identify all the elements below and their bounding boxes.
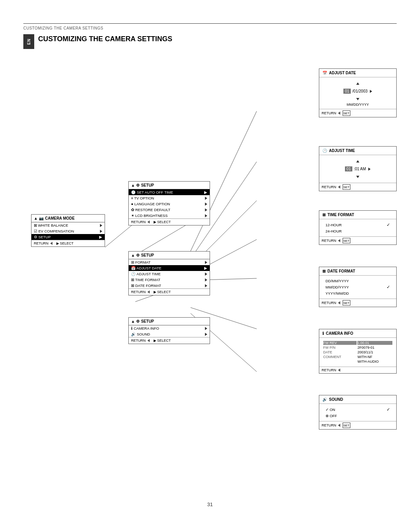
- time-format-content: 12-HOUR ✓ 24-HOUR: [319, 219, 396, 236]
- date-format-panel: ⊠ DATE FORMAT DD/MM/YYYY MM/DD/YYYY ✓ YY…: [319, 267, 397, 307]
- sound-icon: 🔊: [322, 397, 327, 402]
- top-rule: [23, 23, 397, 24]
- time-rest: :01 AM: [354, 167, 366, 171]
- adjust-date-panel-title: 📅 ADJUST DATE: [319, 69, 396, 77]
- camera-mode-footer: RETURN ▶ SELECT: [32, 240, 105, 246]
- sound-on-option[interactable]: ✓ ON ✓: [322, 406, 393, 413]
- fw-pn-row: FW P/N 2F0079-01: [323, 346, 392, 349]
- camera-info-panel-title: ℹ CAMERA INFO: [319, 329, 396, 338]
- page-container: CUSTOMIZING THE CAMERA SETTINGS EN CUSTO…: [0, 0, 420, 519]
- time-highlighted: 01: [345, 166, 352, 171]
- format-item[interactable]: ⊞ FORMAT: [129, 259, 210, 265]
- 12-hour-option[interactable]: 12-HOUR ✓: [322, 222, 393, 228]
- time-format-footer: RETURN SET: [319, 236, 396, 245]
- setup-icon: ▲ ⚙: [131, 183, 140, 187]
- sidebar-tab: EN: [23, 34, 34, 49]
- 24-hour-option[interactable]: 24-HOUR: [322, 228, 393, 234]
- sound-panel: 🔊 SOUND ✓ ON ✓ ⊗ OFF RETURN SET: [319, 395, 397, 430]
- camera-mode-menu: ▲ 📷 CAMERA MODE ⊠ WHITE BALANCE ☑ EV COM…: [31, 214, 105, 247]
- breadcrumb: CUSTOMIZING THE CAMERA SETTINGS: [23, 26, 397, 30]
- time-format-panel: ⊠ TIME FORMAT 12-HOUR ✓ 24-HOUR RETURN S…: [319, 210, 397, 245]
- date-row: DATE 2003/11/1: [323, 350, 392, 354]
- setup-top-footer: RETURN ▶ SELECT: [129, 218, 210, 225]
- setup-top-title: ▲ ⚙ SETUP: [129, 182, 210, 189]
- camera-info-panel: ℹ CAMERA INFO FW REV 1.00.01 FW P/N 2F00…: [319, 329, 397, 374]
- setup-top-menu: ▲ ⚙ SETUP 🕐 SET AUTO OFF TIME ▶ ≡ TV OPT…: [128, 181, 210, 225]
- sound-content: ✓ ON ✓ ⊗ OFF: [319, 404, 396, 421]
- adjust-date-panel: 📅 ADJUST DATE 01 /01/2003 MM/DD/YYYY RET: [319, 68, 397, 117]
- adjust-date-item[interactable]: 📅 ADJUST DATE ▶: [129, 265, 210, 271]
- info-icon: ℹ: [322, 331, 324, 336]
- setup-mid-footer: RETURN ▶ SELECT: [129, 288, 210, 295]
- page-number: 31: [207, 502, 213, 507]
- setup-mid-menu: ▲ ⚙ SETUP ⊞ FORMAT 📅 ADJUST DATE ▶ 🕐 ADJ…: [128, 251, 210, 295]
- page-title: CUSTOMIZING THE CAMERA SETTINGS: [38, 33, 172, 43]
- sound-set-button[interactable]: SET: [343, 423, 350, 428]
- date-format-item[interactable]: ⊠ DATE FORMAT: [129, 283, 210, 288]
- sidebar-label-text: EN: [27, 38, 31, 45]
- mm-dd-yyyy-option[interactable]: MM/DD/YYYY ✓: [322, 284, 393, 290]
- camera-icon: ▲ 📷: [34, 216, 44, 220]
- adjust-time-footer: RETURN SET: [319, 183, 396, 191]
- adjust-time-item[interactable]: 🕐 ADJUST TIME: [129, 271, 210, 277]
- with-audio-row: WITH-AUDIO: [323, 360, 392, 363]
- sound-off-option[interactable]: ⊗ OFF: [322, 413, 393, 419]
- time-set-button[interactable]: SET: [343, 184, 350, 190]
- camera-info-footer: RETURN: [319, 367, 396, 373]
- clock-icon: 🕐: [322, 149, 327, 153]
- restore-default-item[interactable]: ✿ RESTORE DEFAULT: [129, 207, 210, 213]
- cal-icon: 📅: [322, 71, 327, 75]
- setup-bot-menu: ▲ ⚙ SETUP ℹ CAMERA INFO 🔊 SOUND RETURN ▶…: [128, 317, 210, 344]
- camera-info-item[interactable]: ℹ CAMERA INFO: [129, 325, 210, 331]
- white-balance-item[interactable]: ⊠ WHITE BALANCE: [32, 222, 105, 228]
- date-format-label: MM/DD/YYYY: [322, 103, 393, 107]
- sound-item[interactable]: 🔊 SOUND: [129, 331, 210, 337]
- setup-bot-title: ▲ ⚙ SETUP: [129, 318, 210, 325]
- tv-option-item[interactable]: ≡ TV OPTION: [129, 195, 210, 201]
- adjust-time-content: 01 :01 AM: [319, 155, 396, 183]
- diagram-area: ▲ 📷 CAMERA MODE ⊠ WHITE BALANCE ☑ EV COM…: [23, 61, 397, 411]
- setup-mid-title: ▲ ⚙ SETUP: [129, 252, 210, 259]
- date-format-footer: RETURN SET: [319, 299, 396, 307]
- language-option-item[interactable]: ● LANGUAGE OPTION: [129, 201, 210, 207]
- adjust-date-content: 01 /01/2003 MM/DD/YYYY: [319, 77, 396, 109]
- time-format-item[interactable]: ⊠ TIME FORMAT: [129, 277, 210, 283]
- lcd-brightness-item[interactable]: ✶ LCD BRIGHTNESS: [129, 213, 210, 218]
- dd-mm-yyyy-option[interactable]: DD/MM/YYYY: [322, 278, 393, 284]
- camera-info-content: FW REV 1.00.01 FW P/N 2F0079-01 DATE 200…: [319, 338, 396, 367]
- time-format-icon: ⊠: [322, 213, 326, 217]
- date-rest: /01/2003: [352, 89, 368, 93]
- adjust-time-panel: 🕐 ADJUST TIME 01 :01 AM RETURN: [319, 146, 397, 191]
- ev-compensation-item[interactable]: ☑ EV COMPENSATION: [32, 228, 105, 234]
- setup-mid-icon: ▲ ⚙: [131, 253, 140, 257]
- comment-row: COMMENT WITH-NF: [323, 355, 392, 359]
- setup-bot-icon: ▲ ⚙: [131, 319, 140, 323]
- set-auto-off-time-item[interactable]: 🕐 SET AUTO OFF TIME ▶: [129, 189, 210, 195]
- fw-rev-row: FW REV 1.00.01: [323, 341, 392, 345]
- sound-panel-title: 🔊 SOUND: [319, 395, 396, 404]
- setup-bot-footer: RETURN ▶ SELECT: [129, 337, 210, 344]
- adjust-date-footer: RETURN SET: [319, 109, 396, 117]
- yyyy-mm-dd-option[interactable]: YYYY/MM/DD: [322, 290, 393, 296]
- sound-footer: RETURN SET: [319, 421, 396, 429]
- adjust-time-panel-title: 🕐 ADJUST TIME: [319, 147, 396, 155]
- svg-line-1: [135, 222, 191, 255]
- date-highlighted: 01: [343, 89, 351, 94]
- camera-info-table: FW REV 1.00.01 FW P/N 2F0079-01 DATE 200…: [322, 340, 393, 364]
- setup-item[interactable]: ⚙ SETUP ▶: [32, 234, 105, 240]
- date-format-content: DD/MM/YYYY MM/DD/YYYY ✓ YYYY/MM/DD: [319, 276, 396, 299]
- set-button[interactable]: SET: [343, 110, 350, 116]
- section-header: EN CUSTOMIZING THE CAMERA SETTINGS: [23, 33, 397, 49]
- date-format-icon: ⊠: [322, 269, 326, 273]
- camera-mode-title: ▲ 📷 CAMERA MODE: [32, 215, 105, 222]
- time-format-panel-title: ⊠ TIME FORMAT: [319, 211, 396, 219]
- svg-line-0: [105, 222, 135, 247]
- time-format-set-button[interactable]: SET: [343, 238, 350, 243]
- date-format-panel-title: ⊠ DATE FORMAT: [319, 267, 396, 276]
- date-format-set-button[interactable]: SET: [343, 300, 350, 306]
